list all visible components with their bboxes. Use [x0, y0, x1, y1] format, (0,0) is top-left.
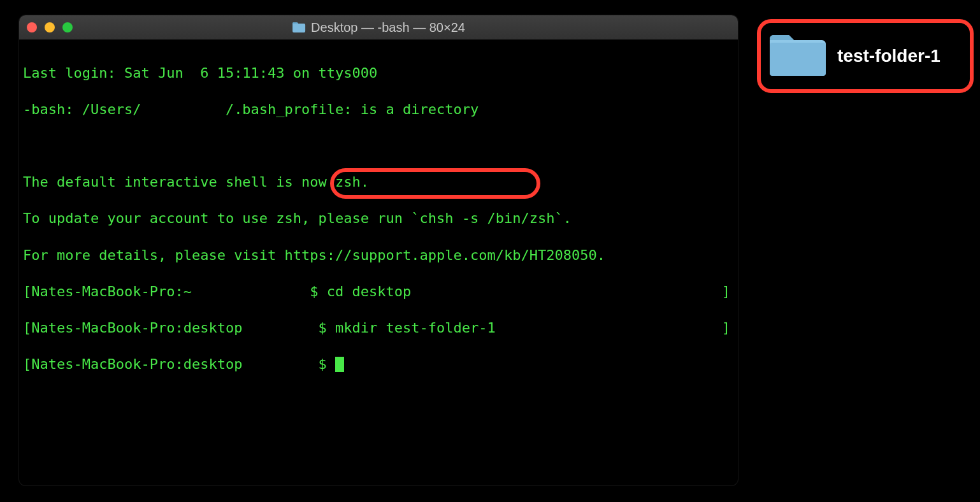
terminal-content[interactable]: Last login: Sat Jun 6 15:11:43 on ttys00…	[19, 39, 738, 453]
annotation-highlight-folder: test-folder-1	[757, 19, 974, 93]
folder-icon	[292, 22, 306, 33]
terminal-line: -bash: /Users/ /.bash_profile: is a dire…	[23, 101, 734, 119]
terminal-line	[23, 137, 734, 155]
maximize-button[interactable]	[62, 22, 73, 32]
prompt: [Nates-MacBook-Pro:~ $	[23, 283, 327, 299]
window-titlebar[interactable]: Desktop — -bash — 80×24	[19, 15, 738, 39]
bracket: ]	[722, 319, 734, 338]
bracket: ]	[722, 283, 734, 301]
terminal-line: For more details, please visit https://s…	[23, 247, 734, 265]
prompt: [Nates-MacBook-Pro:desktop $	[23, 356, 335, 372]
terminal-line: To update your account to use zsh, pleas…	[23, 210, 734, 228]
terminal-line: The default interactive shell is now zsh…	[23, 173, 734, 192]
terminal-line: [Nates-MacBook-Pro:desktop $	[23, 355, 734, 374]
command: cd desktop	[327, 283, 411, 299]
window-title: Desktop — -bash — 80×24	[292, 20, 465, 35]
close-button[interactable]	[27, 22, 37, 32]
folder-label[interactable]: test-folder-1	[837, 46, 940, 66]
command-highlighted: mkdir test-folder-1	[335, 320, 496, 336]
terminal-line: [Nates-MacBook-Pro:desktop $ mkdir test-…	[23, 319, 734, 338]
minimize-button[interactable]	[45, 22, 55, 32]
window-controls	[27, 22, 73, 32]
prompt: [Nates-MacBook-Pro:desktop $	[23, 320, 335, 336]
terminal-window[interactable]: Desktop — -bash — 80×24 Last login: Sat …	[19, 15, 738, 485]
terminal-line: Last login: Sat Jun 6 15:11:43 on ttys00…	[23, 64, 734, 83]
svg-rect-0	[770, 43, 826, 76]
terminal-line: [Nates-MacBook-Pro:~ $ cd desktop]	[23, 283, 734, 301]
folder-icon[interactable]	[767, 30, 831, 82]
window-title-text: Desktop — -bash — 80×24	[311, 20, 465, 35]
cursor	[335, 357, 344, 372]
